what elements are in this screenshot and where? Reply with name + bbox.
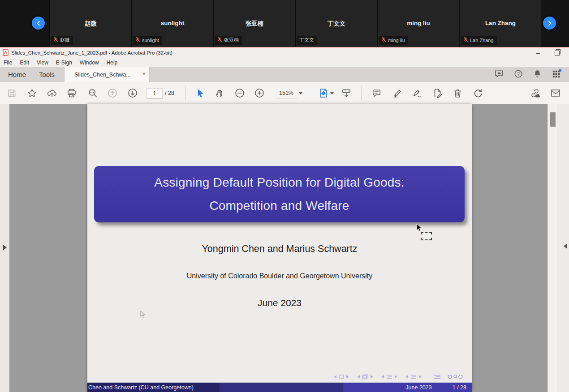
- muted-mic-icon: [53, 37, 58, 43]
- footline-page-number: 1 / 28: [453, 384, 466, 391]
- star-button[interactable]: [26, 88, 37, 98]
- zoom-in-button[interactable]: [254, 88, 265, 98]
- expand-right-pane-icon[interactable]: [561, 243, 567, 249]
- participant-name: 赵微: [50, 20, 131, 28]
- gallery-prev-button[interactable]: [32, 17, 45, 30]
- participant-label-text: sunlight: [142, 38, 159, 43]
- gallery-next-button[interactable]: [543, 17, 556, 30]
- menu-file[interactable]: File: [4, 60, 12, 66]
- pdf-file-icon: [3, 49, 9, 57]
- delete-pages-button[interactable]: [452, 88, 463, 98]
- window-title: Slides_Chen_Schwartz_June_1_2023.pdf - A…: [11, 50, 172, 55]
- scrollbar-thumb[interactable]: [550, 112, 556, 127]
- participant-tile[interactable]: Lan Zhang Lan Zhang: [459, 0, 541, 47]
- share-cloud-button[interactable]: [47, 88, 57, 98]
- participant-name: Lan Zhang: [460, 20, 541, 26]
- menu-edit[interactable]: Edit: [20, 60, 29, 66]
- participant-label-text: ming liu: [388, 38, 405, 43]
- participant-name: 张亚楠: [214, 20, 295, 28]
- footline-date: June 2023: [405, 384, 431, 391]
- participant-tile[interactable]: 丁文文 丁文文: [295, 0, 377, 47]
- menu-window[interactable]: Window: [80, 60, 99, 66]
- video-strip: 赵微 赵微 sunlight sunlight 张亚楠 张亚楠 丁文文 丁文文: [0, 0, 569, 47]
- participant-label: 丁文文: [297, 36, 317, 45]
- main-toolbar: 1 / 28 151%: [0, 82, 569, 104]
- rotate-button[interactable]: [472, 88, 483, 98]
- participant-tile[interactable]: 张亚楠 张亚楠: [213, 0, 295, 47]
- tab-document[interactable]: Slides_Chen_Schwa... ×: [64, 67, 150, 82]
- highlight-button[interactable]: [392, 88, 402, 98]
- participant-name: 丁文文: [296, 20, 377, 28]
- document-area: Assigning Default Position for Digital G…: [0, 104, 569, 392]
- participant-label: 张亚楠: [215, 36, 242, 45]
- participant-label: 赵微: [51, 36, 73, 45]
- screen: 赵微 赵微 sunlight sunlight 张亚楠 张亚楠 丁文文 丁文文: [0, 0, 569, 392]
- fit-page-dropdown-caret[interactable]: [330, 92, 334, 96]
- snapshot-marquee-icon: [421, 232, 432, 240]
- menubar: File Edit View E-Sign Window Help: [0, 58, 569, 67]
- notifications-bell-icon[interactable]: [533, 69, 542, 81]
- previous-page-button[interactable]: [107, 88, 118, 98]
- participant-tile[interactable]: sunlight sunlight: [131, 0, 213, 47]
- next-page-button[interactable]: [127, 88, 138, 98]
- tab-close-icon[interactable]: ×: [142, 71, 146, 77]
- slide-footline: Chen and Schwartz (CU and Georgetown) Ju…: [87, 383, 472, 392]
- menu-esign[interactable]: E-Sign: [56, 60, 72, 66]
- slide-title-line2: Competition and Welfare: [209, 199, 349, 213]
- participant-label: sunlight: [133, 36, 162, 45]
- tabrow-right-icons: ?: [494, 67, 569, 82]
- participant-label: ming liu: [379, 36, 408, 45]
- comment-button[interactable]: [371, 88, 382, 98]
- pdf-page[interactable]: Assigning Default Position for Digital G…: [87, 104, 472, 392]
- expand-left-pane-icon[interactable]: [3, 244, 10, 251]
- muted-mic-icon: [135, 37, 140, 43]
- svg-text:?: ?: [517, 71, 520, 76]
- footline-authors: Chen and Schwartz (CU and Georgetown): [87, 383, 220, 392]
- tab-tools[interactable]: Tools: [39, 67, 55, 82]
- minimize-button[interactable]: –: [530, 47, 546, 58]
- menu-help[interactable]: Help: [107, 60, 118, 66]
- hand-tool-button[interactable]: [214, 88, 225, 98]
- page-number-input[interactable]: 1: [147, 88, 163, 99]
- restore-button[interactable]: [549, 47, 565, 58]
- menu-view[interactable]: View: [37, 60, 48, 66]
- save-button[interactable]: [6, 88, 17, 98]
- tab-home[interactable]: Home: [8, 67, 26, 82]
- help-icon[interactable]: ?: [513, 69, 523, 81]
- search-button[interactable]: [87, 88, 98, 98]
- feedback-icon[interactable]: [494, 69, 504, 81]
- share-link-button[interactable]: [530, 88, 540, 98]
- slide-title-box: Assigning Default Position for Digital G…: [94, 166, 465, 222]
- page-count-label: / 28: [165, 88, 174, 98]
- left-panel-strip[interactable]: [0, 104, 9, 392]
- participant-tile[interactable]: ming liu ming liu: [377, 0, 459, 47]
- toolbar-separator: [185, 86, 186, 100]
- tab-row: Home Tools Slides_Chen_Schwa... × ?: [0, 67, 569, 82]
- slide-affiliation: University of Colorado Boulder and Georg…: [87, 272, 472, 280]
- email-button[interactable]: [550, 88, 561, 98]
- participant-label-text: Lan Zhang: [470, 38, 494, 43]
- beamer-next-frame-icon: [346, 375, 349, 379]
- edit-page-button[interactable]: [432, 88, 443, 98]
- select-tool-button[interactable]: [194, 88, 205, 98]
- participant-tile[interactable]: 赵微 赵微: [49, 0, 131, 47]
- beamer-navigation-bar[interactable]: [333, 374, 463, 382]
- window-titlebar[interactable]: Slides_Chen_Schwartz_June_1_2023.pdf - A…: [0, 47, 569, 58]
- toolbar-separator: [361, 86, 362, 100]
- fit-page-button[interactable]: [318, 88, 329, 98]
- participant-label: Lan Zhang: [461, 36, 497, 45]
- zoom-level-value[interactable]: 151%: [276, 88, 297, 98]
- slide-date: June 2023: [87, 298, 472, 308]
- right-panel-strip[interactable]: [557, 104, 569, 392]
- print-button[interactable]: [66, 88, 77, 98]
- zoom-dropdown-caret[interactable]: [299, 92, 302, 96]
- participant-name: sunlight: [132, 20, 213, 26]
- toolbar-dock-button[interactable]: [341, 88, 352, 98]
- chevron-right-icon: [546, 20, 553, 27]
- vertical-scrollbar[interactable]: [547, 104, 557, 392]
- fill-sign-button[interactable]: [412, 88, 422, 98]
- zoom-out-button[interactable]: [234, 88, 245, 98]
- footline-right: June 2023 1 / 28: [343, 383, 472, 392]
- apps-grid-icon[interactable]: [552, 68, 562, 81]
- muted-mic-icon: [381, 37, 386, 43]
